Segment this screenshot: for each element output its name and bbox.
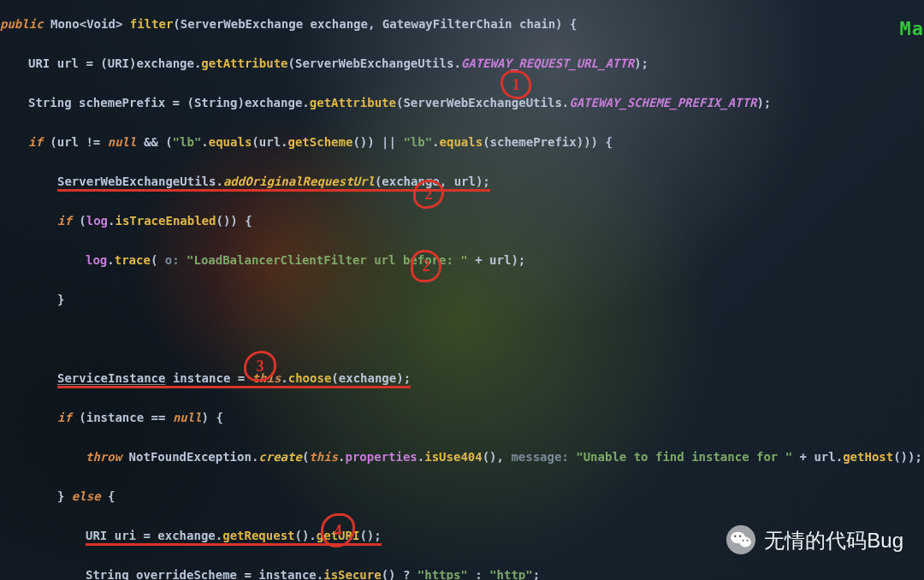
code-line xyxy=(0,329,924,349)
code-line: if (log.isTraceEnabled()) { xyxy=(0,211,924,231)
code-line: ServiceInstance instance = this.choose(e… xyxy=(0,369,924,388)
svg-point-4 xyxy=(739,535,742,537)
corner-label: Ma xyxy=(900,19,925,38)
annotation-circle-2b: 2 xyxy=(411,250,441,282)
svg-point-5 xyxy=(743,540,744,542)
code-line: if (url != null && ("lb".equals(url.getS… xyxy=(0,133,924,152)
annotation-circle-3: 3 xyxy=(244,351,276,382)
code-line: ServerWebExchangeUtils.addOriginalReques… xyxy=(0,172,924,192)
watermark: 无情的代码Bug xyxy=(726,525,903,554)
underlined-call-2: ServiceInstance instance = this.choose(e… xyxy=(57,371,411,388)
wechat-icon xyxy=(726,525,755,554)
watermark-text: 无情的代码Bug xyxy=(764,530,903,550)
code-editor-viewport[interactable]: public Mono<Void> filter(ServerWebExchan… xyxy=(0,12,924,568)
keyword-public: public xyxy=(0,17,44,31)
svg-point-6 xyxy=(747,540,749,542)
code-line: throw NotFoundException.create(this.prop… xyxy=(0,447,924,467)
code-line: String overrideScheme = instance.isSecur… xyxy=(0,565,924,580)
code-line: } else { xyxy=(0,487,924,506)
code-line: } xyxy=(0,290,924,310)
annotation-circle-1: 1 xyxy=(500,70,531,99)
code-line: if (instance == null) { xyxy=(0,408,924,428)
code-line: URI url = (URI)exchange.getAttribute(Ser… xyxy=(0,54,924,74)
svg-point-3 xyxy=(734,535,737,537)
code-line: log.trace( o: "LoadBalancerClientFilter … xyxy=(0,251,924,270)
svg-point-2 xyxy=(740,537,752,547)
code-line: public Mono<Void> filter(ServerWebExchan… xyxy=(0,15,924,34)
code-line: String schemePrefix = (String)exchange.g… xyxy=(0,93,924,113)
